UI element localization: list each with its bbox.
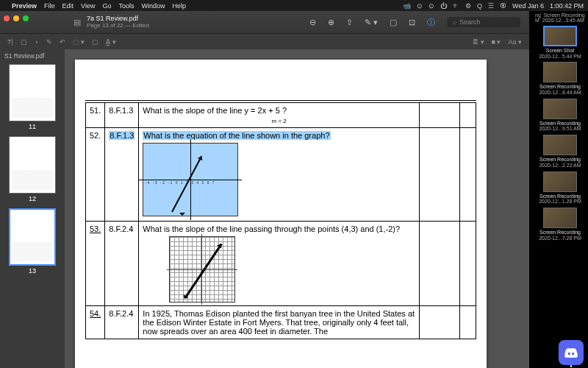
window-titlebar: ▤ 7a S1 Review.pdf Page 13 of 22 — Edite… (0, 11, 529, 33)
desktop-file-thumbnail[interactable] (543, 171, 577, 192)
control-center-icon[interactable]: 📹 (403, 2, 411, 10)
plotted-line (184, 244, 222, 298)
answer-note: m = 2 (143, 118, 415, 124)
wifi-icon[interactable]: ᯤ (453, 2, 459, 10)
document-subtitle: Page 13 of 22 — Edited (87, 23, 149, 29)
question-text: What is the slope of the line passing th… (143, 224, 415, 233)
table-row: 54. 8.F.2.4 In 1925, Thomas Edison plant… (86, 306, 476, 339)
shapes-tool-icon[interactable]: ⬚ ▾ (73, 38, 85, 46)
search-field[interactable]: ⌕ Search (447, 17, 520, 27)
search-placeholder: Search (459, 18, 481, 26)
search-icon: ⌕ (453, 18, 456, 26)
thumbnail-sidebar[interactable]: S1 Review.pdf 11 12 13 (0, 49, 65, 368)
desktop-file-thumbnail[interactable] (543, 208, 577, 228)
rotate-icon[interactable]: ▢ (390, 18, 397, 27)
question-cell: What is the equation of the line shown i… (139, 128, 420, 222)
question-number: 54. (86, 306, 105, 339)
question-text-highlighted: What is the equation of the line shown i… (143, 131, 330, 140)
status-icon[interactable]: ⏻ (440, 2, 447, 10)
menu-tools[interactable]: Tools (118, 2, 134, 10)
info-icon[interactable]: ⓘ (427, 17, 435, 28)
font-style-icon[interactable]: Aa ▾ (508, 38, 522, 46)
desktop-file-label: Screen Recording2020-12...8.44 AM (534, 84, 587, 95)
question-text: What is the slope of the line y = 2x + 5… (143, 106, 415, 115)
dock-app-discord[interactable] (559, 340, 584, 365)
question-number: 51. (86, 103, 105, 128)
question-number: 52. (86, 128, 105, 222)
select-tool-icon[interactable]: ▢ (21, 38, 27, 46)
minimize-window-button[interactable] (13, 15, 19, 21)
draw-tool-icon[interactable]: ✎ (46, 38, 52, 46)
share-icon[interactable]: ⇧ (346, 18, 353, 27)
document-viewport[interactable]: 51. 8.F.1.3 What is the slope of the lin… (65, 49, 529, 368)
coordinate-graph-highlighted: -4 -3 -2 -1 0 1 2 3 4 5 6 7 (143, 143, 238, 216)
sidebar-toggle-icon[interactable]: ▤ (74, 18, 81, 27)
table-row: 53. 8.F.2.4 What is the slope of the lin… (86, 222, 476, 306)
magic-tool-icon[interactable]: ⋆ (35, 38, 39, 46)
desktop-file-label: Screen Recording2020-12...9.51 AM (534, 121, 587, 132)
sign-tool-icon[interactable]: A̲ ▾ (106, 38, 116, 46)
desktop-file-thumbnail[interactable] (543, 135, 577, 155)
app-name[interactable]: Preview (12, 2, 37, 10)
menu-go[interactable]: Go (102, 2, 111, 10)
menu-help[interactable]: Help (172, 2, 186, 10)
menu-edit[interactable]: Edit (62, 2, 74, 10)
siri-icon[interactable]: ⦿ (500, 2, 506, 10)
menubar-time[interactable]: 1:00:42 PM (550, 2, 584, 10)
maximize-window-button[interactable] (23, 15, 29, 21)
status-icon[interactable]: ⊙ (417, 2, 423, 10)
macos-menubar: Preview File Edit View Go Tools Window H… (0, 0, 588, 11)
page-number-label: 12 (0, 195, 65, 202)
page-thumbnail[interactable] (9, 136, 56, 194)
preview-window: ▤ 7a S1 Review.pdf Page 13 of 22 — Edite… (0, 11, 529, 368)
desktop-file-label: Screen Recording2020-12...2.22 AM (534, 157, 587, 168)
standard-code: 8.F.1.3 (105, 128, 139, 222)
text-box-icon[interactable]: ▢ (92, 38, 98, 46)
question-number: 53. (86, 222, 105, 306)
desktop-file-label: Screen Recording2020-12...7.28 PM (534, 230, 587, 241)
status-icon[interactable]: ⊙ (429, 2, 434, 10)
table-row: 52. 8.F.1.3 What is the equation of the … (86, 128, 476, 222)
page-number-label: 13 (0, 267, 65, 275)
discord-icon (564, 347, 578, 358)
menu-file[interactable]: File (44, 2, 55, 10)
status-icon[interactable]: ⚙ (465, 2, 471, 10)
question-cell: In 1925, Thomas Edison planted the first… (139, 306, 420, 339)
desktop-file-label: Screen Shot2020-12...5.44 PM (534, 48, 587, 59)
line-style-icon[interactable]: ≣ ▾ (473, 38, 484, 46)
highlight-icon[interactable]: ⊡ (409, 18, 415, 27)
question-cell: What is the slope of the line passing th… (139, 222, 420, 306)
page-thumbnail[interactable] (9, 64, 56, 121)
window-traffic-lights (4, 15, 29, 21)
markup-icon[interactable]: ✎ ▾ (365, 18, 378, 27)
desktop-file-thumbnail[interactable] (543, 62, 577, 82)
file-label-cut: M 2020-12...3.45 AM (534, 18, 587, 23)
spotlight-icon[interactable]: Q (477, 2, 482, 10)
menu-window[interactable]: Window (141, 2, 165, 10)
desktop-file-label: Screen Recording2020-12...1.28 PM (534, 194, 587, 205)
control-icon[interactable]: ☰ (488, 2, 494, 10)
text-tool-icon[interactable]: T| (7, 38, 13, 46)
close-window-button[interactable] (4, 15, 10, 21)
sidebar-title: S1 Review.pdf (0, 49, 65, 61)
standard-code: 8.F.2.4 (105, 222, 139, 306)
standard-code: 8.F.1.3 (105, 103, 139, 128)
file-label-cut: ng Screen Recording (534, 13, 587, 18)
worksheet-table: 51. 8.F.1.3 What is the slope of the lin… (85, 102, 476, 339)
question-cell: What is the slope of the line y = 2x + 5… (139, 103, 420, 128)
zoom-out-icon[interactable]: ⊖ (309, 18, 316, 27)
desktop-file-thumbnail[interactable] (543, 99, 577, 119)
undo-icon[interactable]: ↶ (60, 38, 65, 46)
question-text: In 1925, Thomas Edison planted the first… (143, 309, 415, 336)
menubar-date[interactable]: Wed Jan 6 (512, 2, 544, 10)
page-thumbnail-selected[interactable] (9, 208, 56, 266)
standard-code: 8.F.2.4 (105, 306, 139, 339)
page-number-label: 11 (0, 123, 65, 130)
fill-color-icon[interactable]: ■ ▾ (492, 38, 501, 46)
menu-view[interactable]: View (81, 2, 95, 10)
table-row: 51. 8.F.1.3 What is the slope of the lin… (86, 103, 476, 128)
desktop-file-thumbnail[interactable] (543, 26, 577, 46)
markup-toolbar: T| ▢ ⋆ ✎ ↶ ⬚ ▾ ▢ A̲ ▾ ≣ ▾ ■ ▾ Aa ▾ (0, 33, 529, 49)
coordinate-graph (169, 236, 235, 302)
zoom-in-icon[interactable]: ⊕ (328, 18, 334, 27)
